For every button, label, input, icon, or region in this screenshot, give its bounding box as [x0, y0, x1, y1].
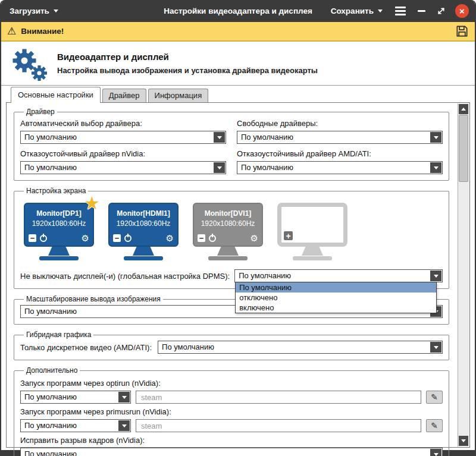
auto-driver-combo[interactable]: По умолчанию: [20, 131, 226, 144]
failsafe-nvidia-combo[interactable]: По умолчанию: [20, 161, 226, 174]
dropdown-arrow-button[interactable]: [430, 162, 441, 173]
scrollbar-thumb[interactable]: [459, 115, 468, 182]
combo-value: По умолчанию: [21, 420, 118, 432]
scroll-down-button[interactable]: [459, 436, 468, 446]
monitor-dp1[interactable]: ★ Monitor[DP1] 1920x1080:60Hz − ⚙: [24, 203, 94, 260]
failsafe-nvidia-field: Отказоустойчивый драйвер nVidia: По умол…: [20, 148, 226, 174]
warning-bar: ⚠ Внимание!: [1, 22, 475, 42]
primary-star-icon: ★: [84, 194, 100, 212]
chevron-down-icon: [434, 275, 439, 278]
tab-driver[interactable]: Драйвер: [102, 89, 146, 102]
header-text: Видеоадаптер и дисплей Настройка вывода …: [57, 52, 318, 75]
chevron-down-icon: [434, 166, 439, 169]
auto-driver-field: Автоматический выбор драйвера: По умолча…: [20, 118, 226, 144]
chevron-down-icon: [217, 166, 222, 169]
dpms-label: Не выключать дисплей(-и) (глобальная нас…: [20, 272, 230, 281]
primusrun-edit-button[interactable]: ✎: [426, 419, 443, 432]
chevron-up-icon: [461, 108, 466, 111]
close-button[interactable]: ×: [455, 4, 469, 18]
dropdown-arrow-button[interactable]: [430, 449, 441, 456]
monitor-gear-icon[interactable]: ⚙: [166, 234, 174, 243]
page-subtitle: Настройка вывода изображения и установка…: [57, 66, 318, 75]
monitor-dvi1[interactable]: Monitor[DVI1] 1920x1080:60Hz − ⚙: [193, 203, 263, 260]
discrete-video-combo[interactable]: По умолчанию: [158, 341, 443, 354]
page-title: Видеоадаптер и дисплей: [57, 52, 318, 62]
monitor-controls: − ⚙: [198, 234, 258, 243]
monitor-base: [124, 256, 163, 260]
monitor-screen[interactable]: Monitor[HDMI1] 1920x1080:60Hz − ⚙: [108, 203, 178, 247]
save-menu-button[interactable]: Сохранить: [328, 4, 385, 18]
monitor-stand: [217, 247, 239, 256]
chevron-down-icon: [217, 136, 222, 139]
extra-section: Дополнительно Запуск программ через opti…: [14, 366, 449, 456]
dropdown-arrow-button[interactable]: [430, 271, 441, 281]
monitor-power-icon[interactable]: [209, 235, 216, 242]
monitor-add-button[interactable]: +: [284, 231, 293, 240]
chevron-down-icon: [122, 424, 127, 427]
dropdown-option-enabled[interactable]: включено: [236, 303, 436, 313]
monitor-remove-button[interactable]: −: [198, 234, 205, 242]
monitor-screen[interactable]: Monitor[DVI1] 1920x1080:60Hz − ⚙: [193, 203, 263, 247]
monitor-stand: [48, 247, 70, 256]
main-panel: Драйвер Автоматический выбор драйвера: П…: [6, 102, 470, 448]
tearing-combo[interactable]: По умолчанию: [20, 448, 443, 456]
dropdown-arrow-button[interactable]: [214, 162, 225, 173]
dpms-row: Не выключать дисплей(-и) (глобальная нас…: [20, 269, 443, 282]
expand-arrows-icon: [437, 7, 446, 15]
dropdown-arrow-button[interactable]: [118, 420, 130, 431]
optirun-programs-input[interactable]: [136, 391, 421, 404]
primusrun-programs-input[interactable]: [136, 419, 421, 432]
auto-driver-label: Автоматический выбор драйвера:: [20, 119, 226, 128]
primusrun-label: Запуск программ через primusrun (nVidia)…: [20, 407, 443, 416]
warning-text: Внимание!: [21, 27, 64, 36]
free-driver-combo[interactable]: По умолчанию: [237, 131, 443, 144]
maximize-button[interactable]: [436, 6, 446, 17]
scrollbar-track[interactable]: [459, 115, 468, 435]
menu-icon[interactable]: [394, 5, 407, 17]
monitor-power-icon[interactable]: [40, 235, 47, 242]
page-header: Видеоадаптер и дисплей Настройка вывода …: [1, 42, 475, 86]
combo-value: По умолчанию: [235, 270, 430, 282]
driver-section-legend: Драйвер: [24, 108, 57, 116]
monitor-controls: − ⚙: [29, 234, 89, 243]
monitor-add-slot[interactable]: +: [277, 203, 347, 260]
primusrun-combo[interactable]: По умолчанию: [20, 419, 131, 432]
monitor-list: ★ Monitor[DP1] 1920x1080:60Hz − ⚙: [20, 197, 443, 262]
vertical-scrollbar[interactable]: [458, 103, 469, 446]
dropdown-arrow-button[interactable]: [430, 342, 441, 353]
save-floppy-icon[interactable]: [455, 24, 469, 38]
monitor-controls: − ⚙: [113, 234, 174, 243]
dropdown-option-default[interactable]: По умолчанию: [236, 282, 436, 293]
combo-value: По умолчанию: [237, 131, 430, 143]
pencil-icon: ✎: [431, 392, 438, 402]
dropdown-option-disabled[interactable]: отключено: [236, 293, 436, 303]
combo-value: По умолчанию: [21, 162, 213, 174]
monitor-remove-button[interactable]: −: [113, 234, 121, 242]
monitor-gear-icon[interactable]: ⚙: [250, 234, 258, 243]
monitor-remove-button[interactable]: −: [29, 234, 36, 242]
failsafe-amd-combo[interactable]: По умолчанию: [237, 161, 443, 174]
monitor-stand: [133, 247, 154, 256]
load-menu-button[interactable]: Загрузить: [7, 4, 61, 18]
chevron-down-icon: [122, 396, 127, 399]
dropdown-arrow-button[interactable]: [214, 132, 225, 143]
pencil-icon: ✎: [431, 421, 438, 430]
titlebar: Загрузить Настройки видеоадаптера и дисп…: [1, 0, 475, 22]
chevron-down-icon: [461, 439, 466, 442]
optirun-edit-button[interactable]: ✎: [426, 391, 443, 404]
scroll-up-button[interactable]: [459, 104, 468, 114]
tab-main-settings[interactable]: Основные настройки: [11, 87, 101, 103]
free-driver-field: Свободные драйверы: По умолчанию: [237, 118, 443, 144]
optirun-combo[interactable]: По умолчанию: [20, 391, 131, 404]
save-menu-label: Сохранить: [331, 7, 374, 15]
minimize-button[interactable]: [416, 6, 427, 17]
tab-information[interactable]: Информация: [148, 89, 209, 102]
monitor-power-icon[interactable]: [124, 235, 131, 242]
dropdown-arrow-button[interactable]: [430, 132, 441, 143]
dpms-combo[interactable]: По умолчанию По умолчанию отключено вклю…: [234, 269, 443, 282]
chevron-down-icon: [54, 10, 58, 12]
screen-section: Настройка экрана ★ Monitor[DP1] 1920x108…: [14, 187, 449, 289]
monitor-hdmi1[interactable]: Monitor[HDMI1] 1920x1080:60Hz − ⚙: [108, 203, 178, 260]
dropdown-arrow-button[interactable]: [118, 392, 130, 402]
monitor-gear-icon[interactable]: ⚙: [82, 234, 89, 243]
